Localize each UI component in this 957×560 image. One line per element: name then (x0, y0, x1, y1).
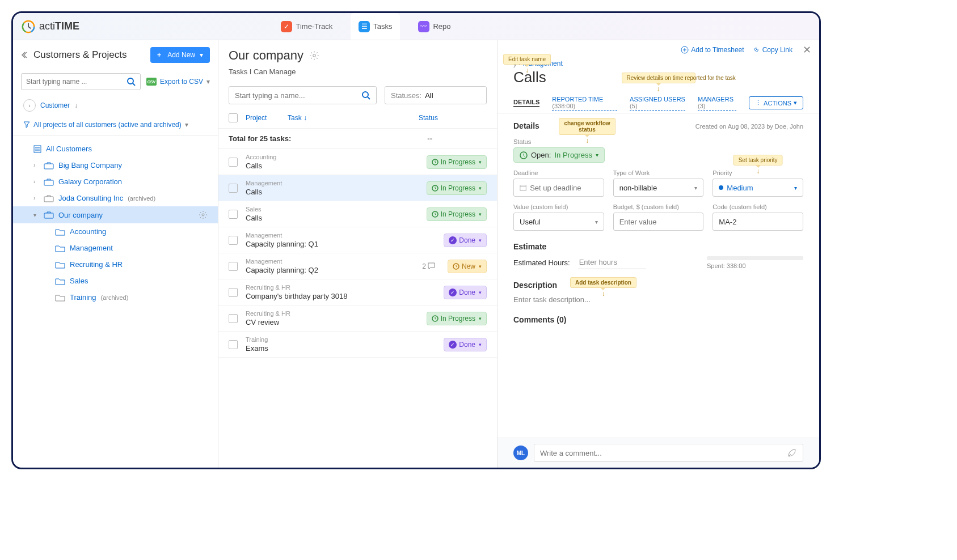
task-dept: Accounting (246, 154, 419, 160)
list-icon (33, 145, 41, 153)
status-dropdown[interactable]: Open: In Progress ▾ (513, 147, 605, 163)
est-hours-input[interactable]: Enter hours (578, 256, 646, 269)
comment-input-box[interactable] (534, 444, 803, 462)
tab-assigned-users[interactable]: ASSIGNED USERS (5) Assign users and mana… (630, 96, 685, 111)
task-search-input[interactable] (235, 91, 361, 100)
task-row[interactable]: ManagementCapacity planning: Q22New▾ (218, 253, 497, 279)
status-badge[interactable]: ✓Done▾ (444, 338, 487, 351)
tab-reports[interactable]: 〰Repo (410, 13, 458, 40)
task-checkbox[interactable] (229, 262, 238, 271)
status-badge[interactable]: In Progress▾ (427, 312, 487, 325)
task-checkbox[interactable] (229, 314, 238, 323)
status-badge[interactable]: New▾ (448, 260, 487, 273)
task-name: Capacity planning: Q2 (246, 266, 414, 274)
status-badge[interactable]: In Progress▾ (427, 155, 487, 169)
type-of-work-dropdown[interactable]: non-billable▾ (613, 179, 704, 197)
comment-count[interactable]: 2 (422, 262, 435, 270)
briefcase-icon (44, 162, 54, 169)
brand-logo: actiTIME (21, 19, 79, 34)
tree-training[interactable]: Training (archived) (13, 289, 218, 306)
gear-icon[interactable] (309, 50, 319, 61)
actions-button[interactable]: ⋮ ACTIONS ▾ (749, 96, 803, 109)
close-panel-button[interactable]: ✕ (803, 44, 811, 56)
svg-point-9 (202, 214, 204, 216)
tab-reported-time[interactable]: REPORTED TIME (338:00) Review details on… (552, 96, 617, 111)
tab-managers[interactable]: MANAGERS (3) (698, 96, 736, 111)
task-row[interactable]: AccountingCallsIn Progress▾ (218, 149, 497, 175)
task-row[interactable]: ManagementCallsIn Progress▾ (218, 175, 497, 201)
sidebar-search-input[interactable] (26, 78, 127, 86)
task-checkbox[interactable] (229, 340, 238, 349)
task-dept: Recruiting & HR (246, 284, 436, 291)
tree-joda[interactable]: › Joda Consulting Inc (archived) (13, 190, 218, 206)
svg-rect-19 (520, 185, 526, 191)
tab-details[interactable]: DETAILS (513, 99, 539, 107)
value-dropdown[interactable]: Useful▾ (513, 213, 604, 231)
task-row[interactable]: Recruiting & HRCV reviewIn Progress▾ (218, 306, 497, 332)
task-checkbox[interactable] (229, 184, 238, 193)
select-all-checkbox[interactable] (229, 113, 238, 122)
estimate-section-title: Estimate (513, 242, 803, 251)
task-row[interactable]: ManagementCapacity planning: Q1✓Done▾ (218, 227, 497, 253)
description-section-title: Description Add task description↓ (513, 281, 803, 290)
clock-icon (432, 185, 439, 192)
sidebar-search[interactable] (21, 73, 141, 90)
tab-time-track[interactable]: ✓Time-Track (273, 13, 340, 40)
tree-galaxy[interactable]: › Galaxy Corporation (13, 173, 218, 190)
search-icon (361, 91, 370, 100)
status-filter[interactable]: Statuses:All (385, 86, 487, 104)
tree-sales[interactable]: Sales (13, 273, 218, 289)
task-checkbox[interactable] (229, 288, 238, 297)
col-task[interactable]: Task ↓ (288, 114, 411, 122)
task-checkbox[interactable] (229, 210, 238, 219)
nav-tabs: ✓Time-Track ☰Tasks 〰Repo (273, 13, 458, 40)
task-row[interactable]: Recruiting & HRCompany's birthday party … (218, 279, 497, 306)
col-project[interactable]: Project (246, 114, 280, 122)
callout-edit-name: Edit task name↓ (503, 54, 551, 65)
sidebar-filter[interactable]: All projects of all customers (active an… (13, 117, 218, 136)
col-status: Status (419, 114, 487, 122)
field-code: Code (custom field) MA-2 (713, 203, 803, 231)
gear-icon[interactable] (199, 210, 208, 219)
tab-tasks[interactable]: ☰Tasks (351, 13, 400, 40)
field-deadline: Deadline (513, 169, 604, 197)
tree-all-customers[interactable]: All Customers (13, 141, 218, 157)
description-input[interactable]: Enter task description... (513, 295, 803, 304)
deadline-input[interactable] (513, 179, 604, 197)
briefcase-icon (44, 194, 54, 202)
spent-progress-bar (707, 256, 803, 260)
task-checkbox[interactable] (229, 158, 238, 167)
comments-section-title: Comments (0) (513, 315, 803, 324)
clock-icon (520, 151, 528, 159)
add-to-timesheet-button[interactable]: Add to Timesheet (681, 46, 744, 54)
priority-dropdown[interactable]: Medium▾ (713, 179, 803, 197)
task-search[interactable] (229, 86, 377, 104)
sidebar-breadcrumb[interactable]: › Customer↓ (13, 94, 218, 117)
sidebar: Customers & Projects + Add New▾ CSV Expo… (13, 40, 218, 468)
clock-icon (432, 211, 439, 218)
tree-management[interactable]: Management (13, 240, 218, 256)
send-icon[interactable] (787, 448, 797, 458)
svg-rect-6 (44, 180, 53, 185)
code-input[interactable]: MA-2 (713, 213, 803, 231)
task-dept: Management (246, 232, 436, 239)
status-badge[interactable]: In Progress▾ (427, 207, 487, 221)
tree-our-company[interactable]: ▾ Our company (13, 206, 218, 223)
status-badge[interactable]: ✓Done▾ (444, 234, 487, 247)
chevron-left-icon (21, 50, 30, 60)
calendar-icon (520, 184, 526, 192)
budget-input[interactable] (613, 213, 704, 231)
comment-input[interactable] (540, 449, 787, 457)
copy-link-button[interactable]: Copy Link (752, 46, 792, 54)
tree-big-bang[interactable]: › Big Bang Company (13, 157, 218, 173)
tree-recruiting[interactable]: Recruiting & HR (13, 256, 218, 273)
task-checkbox[interactable] (229, 236, 238, 245)
task-row[interactable]: TrainingExams✓Done▾ (218, 332, 497, 358)
status-badge[interactable]: In Progress▾ (427, 181, 487, 195)
export-csv-button[interactable]: CSV Export to CSV▾ (146, 78, 210, 86)
task-name: Capacity planning: Q1 (246, 240, 436, 248)
add-new-button[interactable]: + Add New▾ (150, 47, 210, 63)
task-row[interactable]: SalesCallsIn Progress▾ (218, 201, 497, 227)
tree-accounting[interactable]: Accounting (13, 223, 218, 240)
status-badge[interactable]: ✓Done▾ (444, 286, 487, 299)
